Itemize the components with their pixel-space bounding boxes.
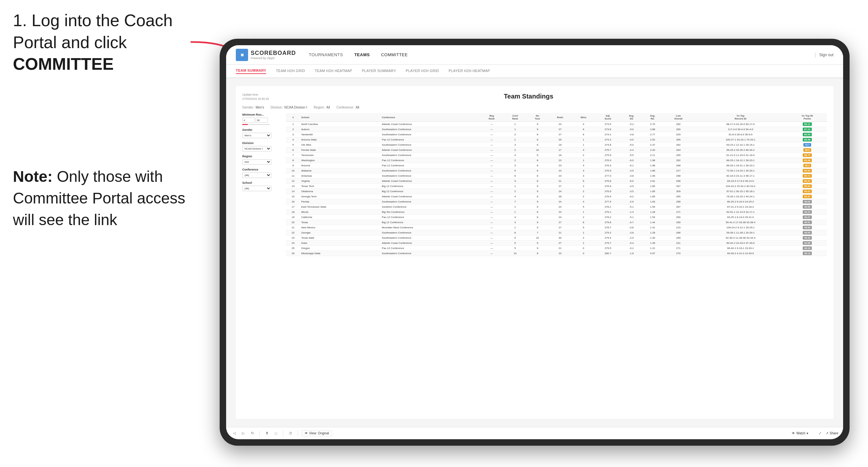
cell-no-tour: 8 bbox=[527, 163, 548, 168]
cell-adj-score: 280.7 bbox=[595, 251, 621, 256]
watch-button[interactable]: 👁 Watch ▾ bbox=[792, 432, 808, 435]
tablet-frame: ▣ SCOREBOARD Powered by clippd TOURNAMEN… bbox=[220, 39, 849, 446]
min-rounds-to[interactable] bbox=[255, 118, 268, 123]
cell-avg-rd: 0.97 bbox=[642, 251, 663, 256]
cell-no-tour: 7 bbox=[527, 230, 548, 236]
sub-nav-player-summary[interactable]: PLAYER SUMMARY bbox=[362, 69, 396, 74]
cell-adj-score: 279.1 bbox=[595, 210, 621, 215]
gender-filter-select[interactable]: Men's Women's bbox=[242, 133, 271, 138]
nav-teams[interactable]: TEAMS bbox=[354, 51, 370, 59]
cell-avg-rd: 1.44 bbox=[642, 220, 663, 225]
cell-vs-top-record: 86-26-1 16-21-1 39-23-1 bbox=[693, 163, 787, 168]
cell-vs-top-50-points: 85.98 bbox=[787, 137, 827, 143]
cell-vs-top-record: 97-01-1 30-15-1 55-18-1 bbox=[693, 189, 787, 194]
cell-rank: 9 bbox=[286, 163, 300, 168]
toolbar-clock-icon[interactable]: ⏱ bbox=[287, 430, 293, 437]
cell-wins: 6 bbox=[572, 179, 595, 184]
cell-school: Texas A&M bbox=[300, 236, 381, 241]
cell-adj-score: 274.2 bbox=[595, 137, 621, 143]
cell-no-tour: 10 bbox=[527, 236, 548, 241]
sign-out-link[interactable]: Sign out bbox=[819, 53, 833, 57]
filter-region-value: All bbox=[326, 105, 330, 109]
cell-low-overall: 282 bbox=[663, 122, 693, 127]
cell-no-tour: 8 bbox=[527, 179, 548, 184]
cell-low-overall: 221 bbox=[663, 241, 693, 246]
table-row: 19CaliforniaPac-12 Conference—48242278.2… bbox=[286, 215, 827, 220]
conference-filter-select[interactable]: (All) bbox=[242, 173, 271, 178]
cell-no-tour: 9 bbox=[527, 246, 548, 251]
school-filter-select[interactable]: (All) bbox=[242, 186, 271, 191]
filter-conference: Conference: All bbox=[336, 105, 359, 109]
region-filter-label: Region bbox=[242, 155, 281, 158]
tablet-screen: ▣ SCOREBOARD Powered by clippd TOURNAMEN… bbox=[226, 45, 843, 439]
cell-adj-score: 275.9 bbox=[595, 153, 621, 158]
cell-no-tour: 8 bbox=[527, 137, 548, 143]
cell-rank: 26 bbox=[286, 251, 300, 256]
cell-wins: 1 bbox=[572, 158, 595, 163]
sub-nav-player-h2h-heatmap[interactable]: PLAYER H2H HEATMAP bbox=[449, 69, 490, 74]
cell-no-tour: 8 bbox=[527, 210, 548, 215]
cell-school: Oklahoma bbox=[300, 189, 381, 194]
cell-avg-rd: 2.01 bbox=[642, 179, 663, 184]
nav-committee[interactable]: COMMITTEE bbox=[381, 51, 408, 59]
cell-low-overall: 262 bbox=[663, 143, 693, 148]
table-row: 6Florida StateAtlantic Coast Conference—… bbox=[286, 148, 827, 153]
cell-vs-top-50-points: 89.11 bbox=[787, 122, 827, 127]
cell-reg-rank: — bbox=[480, 210, 504, 215]
cell-conf-rank: 3 bbox=[503, 163, 527, 168]
cell-adj-score: 274.2 bbox=[595, 132, 621, 137]
region-filter-select[interactable]: N/A All bbox=[242, 159, 271, 165]
bottom-toolbar: ◁ ▷ ↻ ⬆ □ ⏱ 👁 View: Original 👁 Watch ▾ ⤢… bbox=[226, 427, 843, 439]
cell-adj-score: 279.4 bbox=[595, 236, 621, 241]
cell-adj-score: 274.8 bbox=[595, 143, 621, 148]
cell-reg-rank: — bbox=[480, 220, 504, 225]
cell-vs-top-record: 96-29-2 33-25-2 60-26-2 bbox=[693, 148, 787, 153]
cell-adj-score: 277.5 bbox=[595, 199, 621, 205]
cell-rank: 7 bbox=[286, 153, 300, 158]
cell-conference: Southeastern Conference bbox=[381, 230, 480, 236]
cell-avg-rd: 1.98 bbox=[642, 158, 663, 163]
cell-school: Duke bbox=[300, 241, 381, 246]
cell-avg-rd: 2.37 bbox=[642, 143, 663, 148]
cell-no-tour: 9 bbox=[527, 122, 548, 127]
division-filter-select[interactable]: NCAA Division I NCAA Division II NCAA Di… bbox=[242, 146, 271, 152]
cell-avg-sg: -3.1 bbox=[621, 246, 642, 251]
toolbar-forward-icon[interactable]: ▷ bbox=[240, 430, 246, 437]
min-rounds-from[interactable] bbox=[242, 118, 254, 123]
toolbar-refresh-icon[interactable]: ↻ bbox=[249, 430, 255, 437]
cell-reg-rank: — bbox=[480, 205, 504, 210]
sub-nav-team-h2h-heatmap[interactable]: TEAM H2H HEATMAP bbox=[315, 69, 352, 74]
nav-links: TOURNAMENTS TEAMS COMMITTEE bbox=[309, 51, 815, 59]
cell-wins: 0 bbox=[572, 246, 595, 251]
cell-school: Oregon bbox=[300, 246, 381, 251]
cell-rnds: 30 bbox=[548, 236, 572, 241]
division-filter-label: Division bbox=[242, 142, 281, 145]
nav-tournaments[interactable]: TOURNAMENTS bbox=[309, 51, 343, 59]
toolbar-back-icon[interactable]: ◁ bbox=[231, 430, 238, 437]
cell-conf-rank: 1 bbox=[503, 205, 527, 210]
col-vs-top-record: Vs TopRecord 25 bbox=[693, 113, 787, 122]
cell-rnds: 23 bbox=[548, 122, 572, 127]
standings-table: # School Conference RegRank ConfRank NoT… bbox=[286, 113, 827, 256]
table-row: 10AlabamaSoutheastern Conference—5623327… bbox=[286, 168, 827, 174]
toolbar-share-icon[interactable]: ⬆ bbox=[264, 430, 270, 437]
share-button[interactable]: ↗ Share bbox=[826, 432, 838, 435]
cell-low-overall: 268 bbox=[663, 174, 693, 179]
sub-nav-team-summary[interactable]: TEAM SUMMARY bbox=[236, 68, 266, 74]
cell-conference: Southeastern Conference bbox=[381, 174, 480, 179]
cell-wins: 2 bbox=[572, 184, 595, 189]
cell-reg-rank: — bbox=[480, 230, 504, 236]
filter-gender-label: Gender: bbox=[242, 105, 254, 109]
sub-nav-player-h2h-grid[interactable]: PLAYER H2H GRID bbox=[406, 69, 439, 74]
cell-wins: 8 bbox=[572, 220, 595, 225]
cell-low-overall: 258 bbox=[663, 199, 693, 205]
toolbar-bookmark-icon[interactable]: □ bbox=[273, 430, 279, 437]
table-row: 9ArizonaPac-12 Conference—38234276.3-6.1… bbox=[286, 163, 827, 168]
sub-nav-team-h2h-grid[interactable]: TEAM H2H GRID bbox=[276, 69, 305, 74]
instruction-step: 1. Log into the Coach Portal and click C… bbox=[13, 10, 200, 75]
cell-vs-top-50-points: 48.18 bbox=[787, 246, 827, 251]
cell-vs-top-record: 88-17-0 42-16-0 63-17-0 bbox=[693, 122, 787, 127]
cell-rank: 24 bbox=[286, 241, 300, 246]
view-original-button[interactable]: 👁 View: Original bbox=[302, 430, 332, 436]
toolbar-expand-icon[interactable]: ⤢ bbox=[817, 430, 823, 437]
